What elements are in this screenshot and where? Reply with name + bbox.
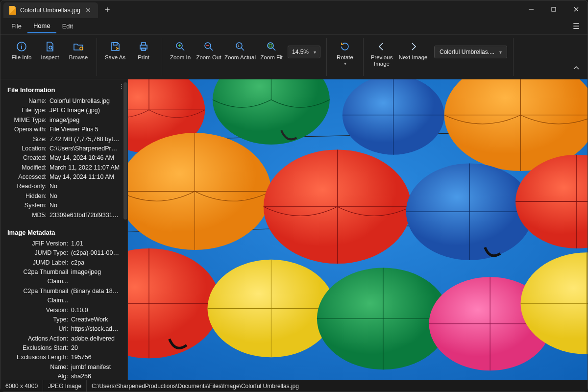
svg-line-19 bbox=[210, 48, 213, 50]
menu-file[interactable]: File bbox=[5, 20, 27, 33]
metadata-type-value: CreativeWork bbox=[71, 315, 108, 324]
jumd-label-value: c2pa bbox=[71, 258, 84, 268]
svg-rect-10 bbox=[113, 43, 117, 45]
svg-rect-11 bbox=[140, 45, 147, 49]
zoom-level-value: 14.5% bbox=[292, 49, 309, 55]
chevron-right-icon bbox=[407, 41, 419, 52]
svg-line-25 bbox=[272, 48, 275, 50]
app-window: Colorful Umbrellas.jpg ✕ ＋ File Home Edi… bbox=[0, 0, 588, 392]
metadata-version-value: 0.10.0 bbox=[71, 306, 88, 315]
new-tab-button[interactable]: ＋ bbox=[98, 3, 117, 15]
print-icon bbox=[138, 41, 149, 52]
main-body: ⋮ File Information Name:Colorful Umbrell… bbox=[0, 79, 588, 380]
folder-icon bbox=[73, 41, 84, 52]
image-canvas[interactable] bbox=[128, 79, 588, 380]
close-button[interactable] bbox=[565, 0, 588, 18]
collapse-ribbon-button[interactable] bbox=[568, 62, 585, 76]
filename-dropdown-value: Colorful Umbrellas.... bbox=[440, 49, 494, 55]
statusbar: 6000 x 4000 JPEG Image C:\Users\Sharpene… bbox=[0, 380, 588, 392]
location-value: C:\Users\SharpenedProdu... bbox=[49, 144, 121, 153]
alg-value: sha256 bbox=[71, 372, 91, 380]
filename-dropdown[interactable]: Colorful Umbrellas.... ▾ bbox=[434, 46, 507, 58]
menubar: File Home Edit ☰ bbox=[0, 18, 588, 35]
print-button[interactable]: Print bbox=[129, 38, 158, 63]
manifest-name-value: jumbf manifest bbox=[71, 363, 111, 372]
file-info-heading: File Information bbox=[0, 82, 127, 97]
image-preview bbox=[128, 79, 588, 380]
mime-type-value: image/jpeg bbox=[49, 116, 79, 125]
menu-home[interactable]: Home bbox=[27, 19, 56, 33]
jfif-version-value: 1.01 bbox=[71, 239, 83, 248]
chevron-down-icon: ▾ bbox=[499, 49, 502, 55]
exclusions-length-value: 195756 bbox=[71, 353, 92, 362]
jumd-type-value: (c2pa)-0011-0010-... bbox=[71, 248, 121, 258]
save-as-button[interactable]: Save As bbox=[101, 38, 129, 63]
zoom-in-icon bbox=[174, 41, 186, 52]
svg-line-22 bbox=[241, 48, 244, 50]
sidebar-scrollbar[interactable] bbox=[123, 82, 127, 220]
svg-rect-12 bbox=[142, 43, 146, 45]
minimize-button[interactable] bbox=[520, 0, 542, 18]
status-filetype: JPEG Image bbox=[43, 380, 87, 392]
window-controls bbox=[520, 0, 588, 18]
status-dimensions: 6000 x 4000 bbox=[0, 380, 43, 392]
zoom-out-button[interactable]: Zoom Out bbox=[195, 38, 223, 63]
zoom-fit-button[interactable]: Zoom Fit bbox=[257, 38, 286, 63]
image-metadata-heading: Image Metadata bbox=[0, 225, 127, 239]
svg-text:1: 1 bbox=[238, 44, 240, 48]
tab-close-button[interactable]: ✕ bbox=[84, 6, 92, 14]
rotate-button[interactable]: Rotate ▾ bbox=[331, 38, 359, 68]
svg-line-15 bbox=[181, 48, 184, 50]
file-info-button[interactable]: File Info bbox=[7, 38, 36, 63]
exclusions-start-value: 20 bbox=[71, 343, 78, 353]
svg-rect-26 bbox=[269, 44, 272, 47]
chevron-left-icon bbox=[376, 41, 388, 52]
inspect-button[interactable]: Inspect bbox=[36, 38, 64, 63]
modified-value: March 11, 2022 11:07 AM bbox=[49, 163, 120, 172]
ribbon-toolbar: File Info Inspect Browse Save As Print bbox=[0, 35, 588, 79]
size-value: 7.42 MB (7,775,768 bytes) bbox=[49, 135, 121, 144]
chevron-down-icon: ▾ bbox=[344, 61, 346, 66]
tab-title: Colorful Umbrellas.jpg bbox=[20, 7, 80, 14]
menu-edit[interactable]: Edit bbox=[56, 20, 79, 33]
document-tab[interactable]: Colorful Umbrellas.jpg ✕ bbox=[3, 2, 98, 18]
c2pa-thumb2-value: (Binary data 18621... bbox=[71, 287, 121, 306]
hidden-value: No bbox=[49, 192, 57, 201]
accessed-value: May 14, 2024 11:10 AM bbox=[49, 172, 114, 182]
hamburger-menu-button[interactable]: ☰ bbox=[570, 19, 583, 34]
system-value: No bbox=[49, 201, 57, 210]
created-value: May 14, 2024 10:46 AM bbox=[49, 153, 114, 163]
info-icon bbox=[16, 41, 27, 52]
readonly-value: No bbox=[49, 182, 57, 191]
previous-image-button[interactable]: Previous Image bbox=[368, 38, 396, 69]
svg-point-6 bbox=[21, 44, 22, 45]
svg-rect-1 bbox=[552, 7, 556, 11]
maximize-button[interactable] bbox=[542, 0, 565, 18]
next-image-button[interactable]: Next Image bbox=[396, 38, 430, 63]
inspect-icon bbox=[44, 41, 56, 52]
md5-value: 23309e61fbdf72bf9331a6e... bbox=[49, 211, 121, 220]
file-icon bbox=[9, 6, 16, 15]
rotate-icon bbox=[339, 41, 351, 52]
zoom-actual-icon: 1 bbox=[234, 41, 246, 52]
zoom-out-icon bbox=[203, 41, 215, 52]
file-name-value: Colorful Umbrellas.jpg bbox=[49, 97, 110, 106]
c2pa-thumb1-value: image/jpeg bbox=[71, 268, 101, 287]
file-type-value: JPEG Image (.jpg) bbox=[49, 106, 100, 115]
opens-with-value: File Viewer Plus 5 bbox=[49, 125, 98, 134]
svg-point-9 bbox=[80, 47, 83, 50]
zoom-in-button[interactable]: Zoom In bbox=[166, 38, 195, 63]
actions-value: adobe.delivered bbox=[71, 334, 115, 343]
save-icon bbox=[109, 41, 121, 52]
chevron-down-icon: ▾ bbox=[314, 49, 316, 55]
browse-button[interactable]: Browse bbox=[64, 38, 93, 63]
info-sidebar: ⋮ File Information Name:Colorful Umbrell… bbox=[0, 79, 128, 380]
metadata-url-value: https://stock.adob... bbox=[71, 324, 121, 334]
zoom-actual-button[interactable]: 1 Zoom Actual bbox=[223, 38, 257, 63]
zoom-level-dropdown[interactable]: 14.5% ▾ bbox=[288, 46, 320, 58]
titlebar: Colorful Umbrellas.jpg ✕ ＋ bbox=[0, 0, 588, 18]
zoom-fit-icon bbox=[266, 41, 277, 52]
status-path: C:\Users\SharpenedProductions\Documents\… bbox=[87, 380, 588, 392]
